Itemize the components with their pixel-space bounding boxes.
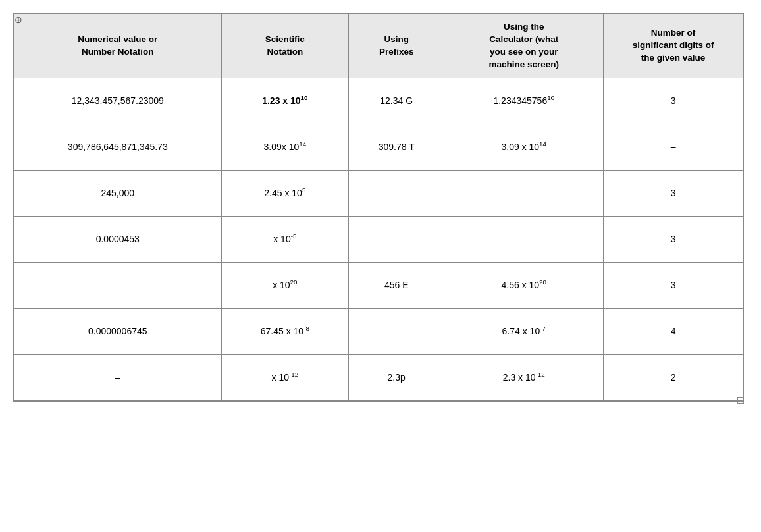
cell-numerical: –	[14, 262, 222, 308]
cell-prefixes: 456 E	[349, 262, 444, 308]
cell-prefixes: 309.78 T	[349, 124, 444, 170]
table-row: 0.000000674567.45 x 10-8–6.74 x 10-74	[14, 308, 743, 354]
main-table: Numerical value orNumber Notation Scient…	[14, 14, 743, 401]
table-row: 12,343,457,567.230091.23 x 101012.34 G1.…	[14, 78, 743, 124]
cell-scientific: 2.45 x 105	[221, 170, 349, 216]
cell-prefixes: 2.3p	[349, 354, 444, 400]
cell-numerical: 309,786,645,871,345.73	[14, 124, 222, 170]
cell-numerical: 0.0000006745	[14, 308, 222, 354]
cell-calculator: 3.09 x 1014	[444, 124, 604, 170]
table-row: 0.0000453x 10-5––3	[14, 216, 743, 262]
cell-calculator: 2.3 x 10-12	[444, 354, 604, 400]
cell-prefixes: 12.34 G	[349, 78, 444, 124]
cell-prefixes: –	[349, 308, 444, 354]
col-header-scientific: ScientificNotation	[221, 14, 349, 78]
move-icon[interactable]: ⊕	[14, 14, 22, 25]
cell-sig-digits: –	[604, 124, 743, 170]
cell-scientific: x 1020	[221, 262, 349, 308]
col-header-sigdigits: Number ofsignificant digits ofthe given …	[604, 14, 743, 78]
cell-sig-digits: 2	[604, 354, 743, 400]
resize-handle[interactable]	[737, 397, 744, 404]
cell-sig-digits: 3	[604, 170, 743, 216]
col-header-calculator: Using theCalculator (whatyou see on your…	[444, 14, 604, 78]
cell-numerical: –	[14, 354, 222, 400]
header-row: Numerical value orNumber Notation Scient…	[14, 14, 743, 78]
cell-calculator: 6.74 x 10-7	[444, 308, 604, 354]
table-row: –x 10-122.3p2.3 x 10-122	[14, 354, 743, 400]
cell-sig-digits: 3	[604, 78, 743, 124]
cell-sig-digits: 3	[604, 216, 743, 262]
cell-calculator: 4.56 x 1020	[444, 262, 604, 308]
table-row: 245,0002.45 x 105––3	[14, 170, 743, 216]
col-header-numerical: Numerical value orNumber Notation	[14, 14, 222, 78]
cell-sig-digits: 3	[604, 262, 743, 308]
cell-scientific: 3.09x 1014	[221, 124, 349, 170]
table-row: 309,786,645,871,345.733.09x 1014309.78 T…	[14, 124, 743, 170]
cell-calculator: –	[444, 170, 604, 216]
cell-prefixes: –	[349, 216, 444, 262]
cell-scientific: x 10-12	[221, 354, 349, 400]
cell-scientific: 1.23 x 1010	[221, 78, 349, 124]
col-header-prefixes: UsingPrefixes	[349, 14, 444, 78]
cell-sig-digits: 4	[604, 308, 743, 354]
main-table-wrapper: Numerical value orNumber Notation Scient…	[13, 13, 744, 402]
cell-numerical: 12,343,457,567.23009	[14, 78, 222, 124]
cell-scientific: 67.45 x 10-8	[221, 308, 349, 354]
cell-numerical: 245,000	[14, 170, 222, 216]
cell-calculator: 1.23434575610	[444, 78, 604, 124]
table-container: ⊕ Numerical value orNumber Notation Scie…	[13, 13, 744, 404]
cell-numerical: 0.0000453	[14, 216, 222, 262]
cell-calculator: –	[444, 216, 604, 262]
table-row: –x 1020456 E4.56 x 10203	[14, 262, 743, 308]
cell-prefixes: –	[349, 170, 444, 216]
cell-scientific: x 10-5	[221, 216, 349, 262]
